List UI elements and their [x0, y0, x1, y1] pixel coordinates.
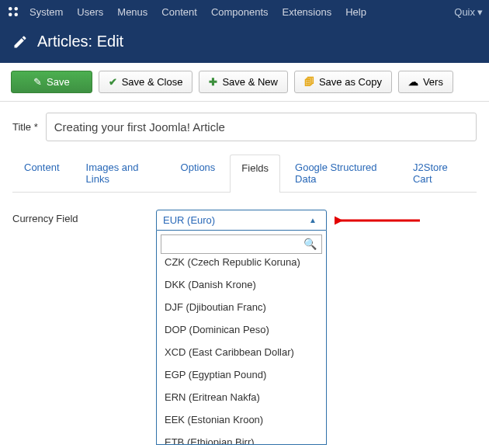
save-button[interactable]: ✎ Save	[11, 71, 92, 93]
versions-button[interactable]: ☁ Vers	[398, 71, 453, 93]
top-menu: System Users Menus Content Components Ex…	[29, 6, 366, 18]
currency-option[interactable]: ERN (Eritrean Nakfa)	[157, 386, 326, 408]
save-copy-button[interactable]: 🗐 Save as Copy	[294, 71, 392, 93]
page-title: Articles: Edit	[37, 33, 123, 50]
currency-option[interactable]: EGP (Egyptian Pound)	[157, 363, 326, 386]
top-menu-bar: System Users Menus Content Components Ex…	[0, 0, 489, 23]
tab-images-links[interactable]: Images and Links	[75, 154, 166, 192]
tab-options[interactable]: Options	[169, 154, 227, 192]
menu-users[interactable]: Users	[77, 6, 103, 18]
pencil-icon	[12, 34, 28, 50]
currency-search-input[interactable]	[161, 234, 322, 254]
svg-point-0	[9, 7, 12, 11]
currency-option[interactable]: DKK (Danish Krone)	[157, 273, 326, 296]
currency-field-row: Currency Field EUR (Euro) ▲ 🔍 CZK (Czech…	[12, 210, 477, 445]
menu-menus[interactable]: Menus	[117, 6, 147, 18]
title-row: Title *	[12, 113, 477, 141]
toolbar: ✎ Save ✔ Save & Close ✚ Save & New 🗐 Sav…	[0, 63, 489, 102]
chevron-up-icon: ▲	[306, 216, 320, 224]
currency-select[interactable]: EUR (Euro) ▲ 🔍 CZK (Czech Republic Korun…	[156, 210, 327, 445]
title-label: Title *	[12, 121, 38, 133]
chevron-down-icon: ▾	[477, 6, 483, 18]
menu-help[interactable]: Help	[345, 6, 366, 18]
title-input[interactable]	[46, 113, 477, 141]
tab-j2store-cart[interactable]: J2Store Cart	[401, 154, 473, 192]
currency-option[interactable]: DOP (Dominican Peso)	[157, 318, 326, 341]
tab-google-structured-data[interactable]: Google Structured Data	[283, 154, 398, 192]
currency-option[interactable]: CZK (Czech Republic Koruna)	[157, 258, 326, 273]
currency-options-list[interactable]: CZK (Czech Republic Koruna) DKK (Danish …	[157, 258, 326, 444]
annotation-arrow	[335, 213, 428, 228]
menu-system[interactable]: System	[29, 6, 63, 18]
svg-point-3	[15, 13, 19, 17]
currency-dropdown: 🔍 CZK (Czech Republic Koruna) DKK (Danis…	[156, 231, 327, 445]
svg-point-2	[9, 13, 12, 17]
currency-option[interactable]: XCD (East Caribbean Dollar)	[157, 341, 326, 363]
menu-content[interactable]: Content	[161, 6, 197, 18]
currency-select-display[interactable]: EUR (Euro) ▲	[156, 210, 327, 231]
save-new-button[interactable]: ✚ Save & New	[199, 71, 288, 93]
page-header: Articles: Edit	[0, 23, 489, 63]
tab-fields[interactable]: Fields	[230, 155, 280, 193]
save-close-button[interactable]: ✔ Save & Close	[99, 71, 193, 93]
joomla-logo-icon	[6, 5, 20, 19]
menu-components[interactable]: Components	[211, 6, 269, 18]
currency-option[interactable]: ETB (Ethiopian Birr)	[157, 431, 326, 444]
copy-icon: 🗐	[304, 76, 314, 88]
versions-icon: ☁	[408, 76, 418, 88]
check-icon: ✔	[109, 76, 117, 88]
currency-option[interactable]: DJF (Djiboutian Franc)	[157, 296, 326, 318]
tabs: Content Images and Links Options Fields …	[12, 154, 477, 193]
currency-option[interactable]: EEK (Estonian Kroon)	[157, 408, 326, 431]
currency-field-label: Currency Field	[12, 210, 156, 445]
menu-quix[interactable]: Quix ▾	[454, 6, 483, 18]
tab-content[interactable]: Content	[12, 154, 71, 192]
check-icon: ✎	[33, 76, 42, 88]
menu-extensions[interactable]: Extensions	[283, 6, 332, 18]
svg-point-1	[15, 7, 19, 11]
plus-icon: ✚	[209, 76, 217, 88]
search-icon: 🔍	[303, 238, 317, 250]
